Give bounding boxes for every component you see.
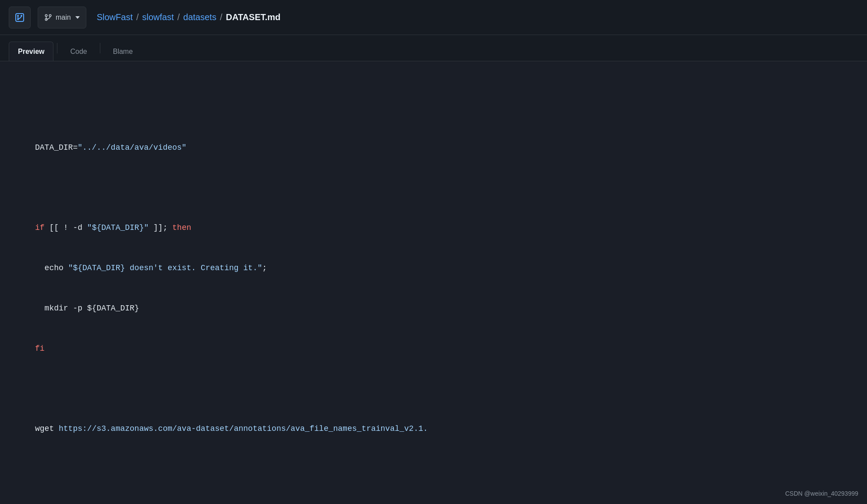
repo-icon-button[interactable] bbox=[9, 7, 31, 28]
tab-preview[interactable]: Preview bbox=[9, 42, 53, 61]
tab-preview-label: Preview bbox=[18, 48, 44, 56]
top-bar: main SlowFast / slowfast / datasets / DA… bbox=[0, 0, 867, 35]
breadcrumb-slowfast2[interactable]: slowfast bbox=[142, 12, 174, 22]
tab-blame[interactable]: Blame bbox=[104, 42, 142, 61]
svg-point-5 bbox=[45, 14, 47, 17]
code-line-1 bbox=[35, 101, 841, 114]
tab-bar: Preview Code Blame bbox=[0, 35, 867, 61]
code-line-9: wget https://s3.amazonaws.com/ava-datase… bbox=[35, 422, 841, 436]
breadcrumb-sep-3: / bbox=[220, 12, 223, 22]
branch-name: main bbox=[56, 14, 71, 21]
svg-point-2 bbox=[17, 15, 19, 17]
breadcrumb: SlowFast / slowfast / datasets / DATASET… bbox=[97, 12, 281, 22]
code-line-11: for line in $(cat ava_file_names_trainva… bbox=[35, 502, 841, 504]
code-line-3 bbox=[35, 181, 841, 194]
breadcrumb-datasets[interactable]: datasets bbox=[183, 12, 216, 22]
code-line-2: DATA_DIR="../../data/ava/videos" bbox=[35, 141, 841, 155]
breadcrumb-current-file: DATASET.md bbox=[226, 12, 280, 22]
repo-branch-icon bbox=[14, 12, 25, 23]
branch-selector[interactable]: main bbox=[38, 7, 86, 28]
breadcrumb-sep-1: / bbox=[136, 12, 139, 22]
tab-divider-2 bbox=[100, 43, 100, 53]
breadcrumb-sep-2: / bbox=[177, 12, 180, 22]
code-line-5: echo "${DATA_DIR} doesn't exist. Creatin… bbox=[35, 261, 841, 275]
code-line-4: if [[ ! -d "${DATA_DIR}" ]]; then bbox=[35, 221, 841, 235]
code-line-6: mkdir -p ${DATA_DIR} bbox=[35, 302, 841, 315]
tab-blame-label: Blame bbox=[113, 48, 133, 56]
content-area: DATA_DIR="../../data/ava/videos" if [[ !… bbox=[0, 61, 867, 504]
tab-code-label: Code bbox=[70, 48, 87, 56]
branch-icon bbox=[44, 14, 52, 21]
code-line-7: fi bbox=[35, 342, 841, 356]
code-block: DATA_DIR="../../data/ava/videos" if [[ !… bbox=[35, 74, 841, 504]
breadcrumb-slowfast[interactable]: SlowFast bbox=[97, 12, 133, 22]
tab-divider-1 bbox=[57, 43, 57, 53]
svg-rect-0 bbox=[16, 14, 24, 21]
svg-point-7 bbox=[49, 14, 51, 17]
watermark: CSDN @weixin_40293999 bbox=[785, 490, 858, 497]
chevron-down-icon bbox=[75, 16, 80, 19]
tab-code[interactable]: Code bbox=[61, 42, 96, 61]
code-line-8 bbox=[35, 382, 841, 395]
code-line-10 bbox=[35, 462, 841, 475]
